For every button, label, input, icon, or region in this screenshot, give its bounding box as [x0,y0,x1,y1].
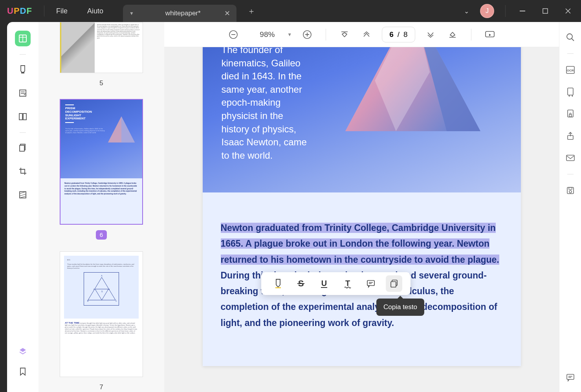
svg-point-25 [567,34,572,39]
svg-text:M: M [108,288,110,290]
strikethrough-button[interactable]: S [293,275,309,292]
protect-button[interactable] [565,108,576,120]
presentation-button[interactable] [483,28,497,41]
zoom-dropdown-icon[interactable]: ▼ [287,32,292,37]
zoom-level[interactable]: 98% [260,30,275,39]
svg-rect-20 [486,31,494,37]
zoom-out-button[interactable] [227,28,240,41]
svg-rect-3 [21,72,24,73]
maximize-button[interactable] [539,5,551,17]
ocr-button[interactable]: OCR [565,64,576,76]
zoom-in-button[interactable] [301,28,314,41]
thumbnail-page-7[interactable]: 8/15 These studies laid the foundation f… [54,251,148,391]
page-indicator[interactable]: 6 / 8 [382,27,415,42]
thumbnail-5-label: 5 [54,79,148,87]
underline-button[interactable]: U [316,275,332,292]
close-button[interactable] [562,5,574,17]
hero-text: The founder of kinematics, Galileo died … [222,47,312,162]
organize-pages-button[interactable] [15,140,31,156]
comment-selection-button[interactable] [363,275,379,292]
thumbnail-panel: direction and other factors of the point… [38,22,164,392]
last-page-button[interactable] [446,28,459,41]
tab-close-icon[interactable]: ✕ [224,9,230,18]
menu-help[interactable]: Aiuto [87,7,103,15]
tooltip: Copia testo [376,299,424,316]
svg-point-37 [569,191,572,193]
new-tab-button[interactable]: ＋ [247,6,255,16]
thumbnail-page-6[interactable]: PRISMDECOMPOSITIONSUNLIGHTEXPERIMENT The… [54,99,148,240]
first-page-button[interactable] [338,28,351,41]
svg-rect-31 [568,110,573,117]
thumbnail-6-label: 6 [96,230,107,240]
svg-marker-11 [121,116,135,143]
svg-rect-39 [275,287,281,288]
squiggly-button[interactable]: T [339,275,356,292]
svg-text:T: T [345,279,350,288]
svg-rect-6 [23,114,26,120]
svg-point-29 [568,95,570,97]
svg-rect-45 [391,282,396,287]
document-tab[interactable]: ▼ whitepaper* ✕ [123,5,236,22]
redact-tool-button[interactable] [15,187,31,203]
thumbnail-page-5[interactable]: direction and other factors of the point… [54,22,148,87]
svg-text:U: U [321,279,327,288]
svg-rect-34 [566,155,574,161]
svg-rect-32 [569,115,572,117]
document-toolbar: 98% ▼ 6 / 8 [164,22,559,47]
svg-rect-0 [520,11,525,11]
app-logo: UPDF [7,6,32,16]
search-button[interactable] [565,31,576,43]
menu-file[interactable]: File [56,7,68,15]
selection-toolbar: S U T [261,272,411,295]
layers-button[interactable] [15,343,31,359]
crop-tool-button[interactable] [15,163,31,179]
tab-title: whitepaper* [165,9,201,17]
reader-mode-button[interactable] [15,31,31,46]
next-page-button[interactable] [424,28,437,41]
svg-point-30 [572,95,573,97]
prism-image [328,47,497,165]
svg-rect-38 [567,374,574,379]
highlight-color-button[interactable] [269,275,286,292]
prev-page-button[interactable] [360,28,373,41]
svg-rect-43 [367,280,374,286]
page-layout-button[interactable] [15,109,31,125]
user-avatar[interactable]: J [480,4,494,18]
svg-rect-8 [20,145,24,151]
svg-text:OCR: OCR [567,69,574,72]
tab-dropdown-icon[interactable]: ▼ [129,11,134,16]
highlight-tool-button[interactable] [15,62,31,77]
svg-text:A: A [101,275,103,277]
svg-text:M: M [93,288,95,290]
right-tool-rail: OCR [559,22,581,392]
copy-text-button[interactable] [386,275,402,292]
edit-tool-button[interactable] [15,85,31,101]
minimize-button[interactable] [517,5,528,17]
svg-rect-4 [20,90,26,96]
comment-button[interactable] [565,372,576,383]
left-tool-rail [7,22,38,392]
thumbnail-7-label: 7 [54,383,148,391]
page-content: The founder of kinematics, Galileo died … [203,47,521,366]
share-button[interactable] [565,130,576,142]
email-button[interactable] [565,152,576,164]
svg-rect-1 [543,9,548,13]
save-button[interactable] [565,185,576,196]
window-menu-icon[interactable]: ⌄ [464,7,469,15]
svg-text:C: C [115,300,117,302]
svg-rect-28 [568,88,573,95]
svg-text:S: S [101,290,103,293]
bookmark-button[interactable] [15,364,31,379]
convert-button[interactable] [565,86,576,98]
svg-rect-5 [19,114,22,120]
